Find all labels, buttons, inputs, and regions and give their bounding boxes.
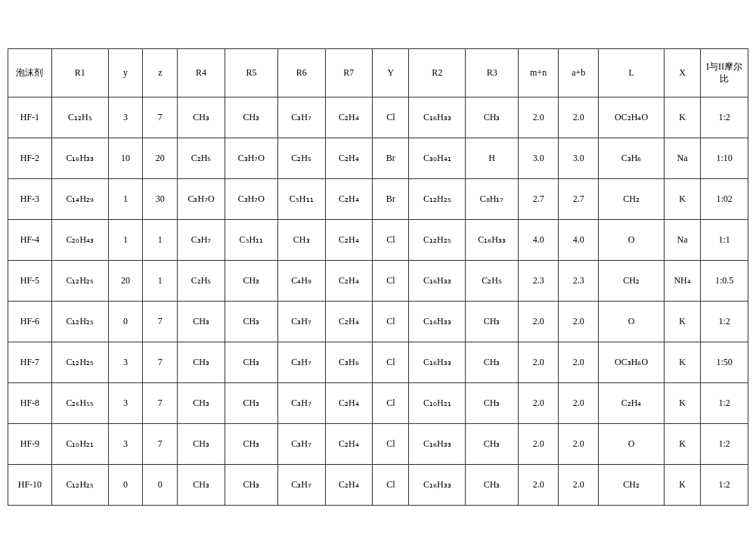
header-row: 泡沫剂 R1 y z R4 R5 R6 R7 Y R2 R3 m+n a+b L…: [8, 49, 748, 97]
cell-L: CH₂: [599, 261, 665, 302]
table-row: HF-10C₁₂H₂₅00CH₃CH₃C₃H₇C₂H₄ClC₁₆H₃₃CH₃2.…: [8, 465, 748, 506]
col-r4: R4: [178, 49, 225, 97]
cell-r2: C₁₆H₃₃: [409, 465, 466, 506]
cell-Y: Cl: [373, 424, 409, 465]
table-row: HF-2C₁₆H₃₃1020C₂H₅C₃H₇OC₂H₅C₂H₄BrC₃₀H₄₁H…: [8, 138, 748, 179]
cell-r7: C₂H₄: [325, 302, 373, 342]
cell-ratio: 1:2: [701, 97, 748, 138]
cell-r7: C₂H₄: [325, 138, 373, 179]
cell-y: 20: [108, 261, 143, 302]
cell-X: K: [665, 465, 701, 506]
cell-r4: CH₃: [178, 97, 225, 138]
cell-r6: C₃H₇: [277, 97, 325, 138]
cell-ab: 2.0: [559, 465, 599, 506]
cell-ratio: 1:50: [701, 342, 748, 383]
cell-L: O: [599, 302, 665, 342]
cell-r1: C₁₂H₂₅: [51, 465, 108, 506]
cell-r6: C₃H₇: [277, 424, 325, 465]
cell-X: K: [665, 179, 701, 220]
cell-L: CH₂: [599, 179, 665, 220]
cell-r6: CH₃: [277, 220, 325, 261]
cell-Y: Br: [373, 179, 409, 220]
cell-X: K: [665, 302, 701, 342]
cell-r2: C₁₆H₃₃: [409, 424, 466, 465]
cell-ratio: 1:02: [701, 179, 748, 220]
col-z: z: [143, 49, 178, 97]
cell-ratio: 1:10: [701, 138, 748, 179]
table-row: HF-3C₁₄H₂₉130C₃H₇OC₃H₇OC₅H₁₁C₂H₄BrC₁₂H₂₅…: [8, 179, 748, 220]
cell-mn: 3.0: [519, 138, 559, 179]
cell-z: 7: [143, 342, 178, 383]
cell-mn: 2.0: [519, 302, 559, 342]
cell-y: 3: [108, 383, 143, 424]
cell-foam: HF-5: [8, 261, 52, 302]
cell-r7: C₂H₄: [325, 383, 373, 424]
cell-ab: 2.0: [559, 424, 599, 465]
col-r2: R2: [409, 49, 466, 97]
cell-X: Na: [665, 138, 701, 179]
cell-mn: 2.7: [519, 179, 559, 220]
col-ratio: I与II摩尔比: [701, 49, 748, 97]
cell-r3: CH₃: [466, 424, 519, 465]
cell-z: 7: [143, 383, 178, 424]
cell-y: 1: [108, 220, 143, 261]
cell-mn: 2.0: [519, 465, 559, 506]
cell-r4: CH₃: [178, 342, 225, 383]
col-Y: Y: [373, 49, 409, 97]
cell-r4: C₃H₇: [178, 220, 225, 261]
cell-ratio: 1:0.5: [701, 261, 748, 302]
table-row: HF-6C₁₂H₂₅07CH₃CH₃C₃H₇C₂H₄ClC₁₆H₃₃CH₃2.0…: [8, 302, 748, 342]
cell-r1: C₁₂H₂₅: [51, 261, 108, 302]
cell-ab: 3.0: [559, 138, 599, 179]
cell-r6: C₄H₉: [277, 261, 325, 302]
cell-ratio: 1:2: [701, 383, 748, 424]
cell-r6: C₃H₇: [277, 302, 325, 342]
table-wrapper: 泡沫剂 R1 y z R4 R5 R6 R7 Y R2 R3 m+n a+b L…: [8, 48, 748, 506]
cell-r6: C₂H₅: [277, 138, 325, 179]
cell-r2: C₁₆H₃₃: [409, 302, 466, 342]
cell-r5: CH₃: [225, 465, 277, 506]
cell-r5: CH₃: [225, 97, 277, 138]
cell-Y: Cl: [373, 302, 409, 342]
cell-r3: CH₃: [466, 97, 519, 138]
cell-mn: 2.0: [519, 383, 559, 424]
cell-foam: HF-2: [8, 138, 52, 179]
cell-L: OC₂H₄O: [599, 97, 665, 138]
cell-r4: C₃H₇O: [178, 179, 225, 220]
cell-y: 0: [108, 465, 143, 506]
cell-ab: 2.3: [559, 261, 599, 302]
cell-r6: C₃H₇: [277, 342, 325, 383]
cell-foam: HF-1: [8, 97, 52, 138]
cell-r1: C₁₄H₂₉: [51, 179, 108, 220]
cell-z: 7: [143, 302, 178, 342]
cell-y: 1: [108, 179, 143, 220]
cell-r2: C₁₆H₃₃: [409, 342, 466, 383]
cell-X: NH₄: [665, 261, 701, 302]
cell-r7: C₂H₄: [325, 97, 373, 138]
cell-r2: C₁₆H₃₃: [409, 261, 466, 302]
cell-z: 1: [143, 220, 178, 261]
cell-X: K: [665, 342, 701, 383]
cell-r3: C₁₆H₃₃: [466, 220, 519, 261]
cell-r2: C₃₀H₄₁: [409, 138, 466, 179]
cell-r3: CH₃: [466, 302, 519, 342]
cell-mn: 2.0: [519, 424, 559, 465]
cell-r2: C₁₂H₂₅: [409, 220, 466, 261]
cell-z: 7: [143, 97, 178, 138]
cell-Y: Cl: [373, 261, 409, 302]
table-row: HF-8C₂₆H₅₅37CH₃CH₃C₃H₇C₂H₄ClC₁₀H₂₁CH₃2.0…: [8, 383, 748, 424]
col-foam: 泡沫剂: [8, 49, 52, 97]
cell-r7: C₂H₄: [325, 261, 373, 302]
cell-r1: C₂₆H₅₅: [51, 383, 108, 424]
cell-L: OC₃H₆O: [599, 342, 665, 383]
cell-foam: HF-9: [8, 424, 52, 465]
cell-L: CH₂: [599, 465, 665, 506]
cell-r3: C₈H₁₇: [466, 179, 519, 220]
cell-r1: C₁₀H₂₁: [51, 424, 108, 465]
table-row: HF-1C₁₂H₅37CH₃CH₃C₃H₇C₂H₄ClC₁₆H₃₃CH₃2.02…: [8, 97, 748, 138]
cell-r4: CH₃: [178, 424, 225, 465]
cell-foam: HF-4: [8, 220, 52, 261]
cell-mn: 2.3: [519, 261, 559, 302]
cell-Y: Br: [373, 138, 409, 179]
col-L: L: [599, 49, 665, 97]
